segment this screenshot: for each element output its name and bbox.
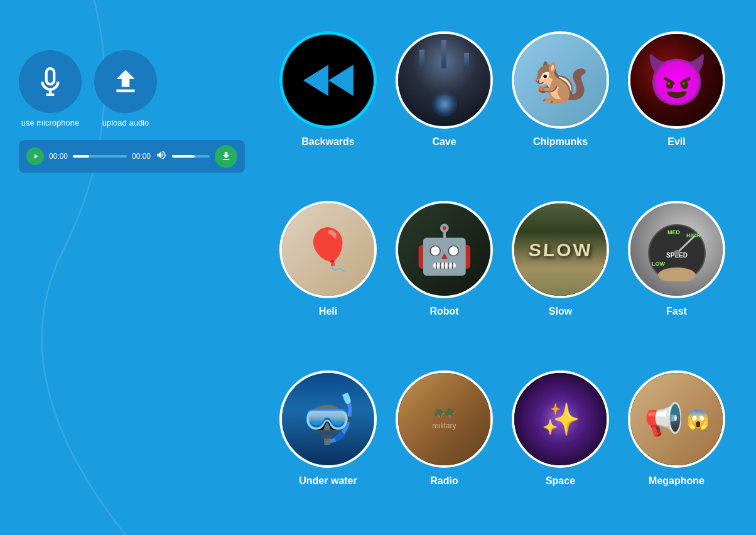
effect-robot[interactable]: 🤖 Robot: [386, 195, 502, 364]
svg-text:LOW: LOW: [652, 261, 665, 267]
effect-space-label: Space: [546, 475, 575, 487]
volume-icon: [156, 149, 167, 163]
effects-grid: Backwards Cave 🐿️ Chipmunks: [270, 25, 735, 534]
total-time: 00:00: [132, 152, 151, 161]
download-icon: [220, 151, 232, 162]
effect-fast-label: Fast: [666, 306, 687, 317]
effect-megaphone[interactable]: 📢 😱 Megaphone: [618, 364, 735, 534]
effect-fast[interactable]: LOW MED HIGH SPEED Fast: [618, 195, 735, 364]
svg-point-8: [674, 250, 680, 256]
effect-underwater-label: Under water: [299, 475, 357, 487]
use-microphone-button[interactable]: [19, 50, 82, 113]
upload-label: upload audio: [102, 118, 149, 127]
play-icon: [32, 153, 40, 160]
volume-bar[interactable]: [172, 155, 210, 158]
input-buttons: use microphone upload audio: [19, 50, 170, 127]
effect-chipmunks-label: Chipmunks: [533, 136, 588, 148]
effect-space[interactable]: ✨ Space: [502, 364, 618, 534]
effect-backwards-label: Backwards: [301, 136, 355, 148]
effect-radio-label: Radio: [430, 475, 458, 487]
microphone-label: use microphone: [21, 118, 80, 127]
effect-space-circle[interactable]: ✨: [512, 370, 609, 468]
effect-cave-label: Cave: [432, 136, 456, 148]
microphone-icon: [35, 66, 66, 97]
effect-chipmunks-circle[interactable]: 🐿️: [512, 31, 609, 129]
audio-player: 00:00 00:00: [19, 140, 245, 173]
effect-chipmunks[interactable]: 🐿️ Chipmunks: [502, 25, 618, 195]
effect-slow[interactable]: SLOW Slow: [502, 195, 618, 364]
effect-evil-label: Evil: [667, 136, 685, 148]
effect-heli-label: Heli: [319, 306, 337, 317]
effect-evil-circle[interactable]: 😈: [628, 31, 725, 129]
effect-fast-circle[interactable]: LOW MED HIGH SPEED: [628, 201, 725, 298]
effect-cave-circle[interactable]: [396, 31, 493, 129]
play-button[interactable]: [26, 148, 44, 165]
left-panel: use microphone upload audio 00:00 00:00: [19, 50, 170, 173]
progress-bar[interactable]: [73, 155, 127, 158]
effect-evil[interactable]: 😈 Evil: [618, 25, 735, 195]
effect-megaphone-circle[interactable]: 📢 😱: [628, 370, 725, 468]
svg-marker-0: [303, 65, 328, 96]
effect-heli-circle[interactable]: 🎈: [279, 201, 377, 298]
download-button[interactable]: [215, 145, 237, 168]
volume-fill: [172, 155, 195, 158]
effect-radio-circle[interactable]: 🪖🪖 military: [396, 370, 493, 468]
upload-icon: [110, 66, 141, 97]
upload-audio-button[interactable]: [94, 50, 157, 113]
svg-text:MED: MED: [667, 229, 681, 235]
effect-robot-circle[interactable]: 🤖: [396, 201, 493, 298]
effect-slow-circle[interactable]: SLOW: [512, 201, 609, 298]
effect-megaphone-label: Megaphone: [649, 475, 705, 487]
effect-cave[interactable]: Cave: [386, 25, 502, 195]
svg-marker-1: [328, 65, 354, 96]
backwards-icon: [300, 58, 357, 102]
progress-fill: [73, 155, 89, 158]
effect-robot-label: Robot: [429, 306, 458, 317]
effect-backwards-circle[interactable]: [279, 31, 377, 129]
effect-slow-label: Slow: [549, 306, 572, 317]
speedometer-svg: LOW MED HIGH SPEED: [639, 219, 715, 281]
speaker-icon: [156, 149, 167, 161]
microphone-button-container[interactable]: use microphone: [19, 50, 82, 127]
effect-radio[interactable]: 🪖🪖 military Radio: [386, 364, 502, 534]
effect-heli[interactable]: 🎈 Heli: [270, 195, 386, 364]
current-time: 00:00: [49, 152, 68, 161]
effect-underwater[interactable]: 🤿 Under water: [270, 364, 386, 534]
effect-backwards[interactable]: Backwards: [270, 25, 386, 195]
upload-button-container[interactable]: upload audio: [94, 50, 157, 127]
effect-underwater-circle[interactable]: 🤿: [279, 370, 377, 468]
